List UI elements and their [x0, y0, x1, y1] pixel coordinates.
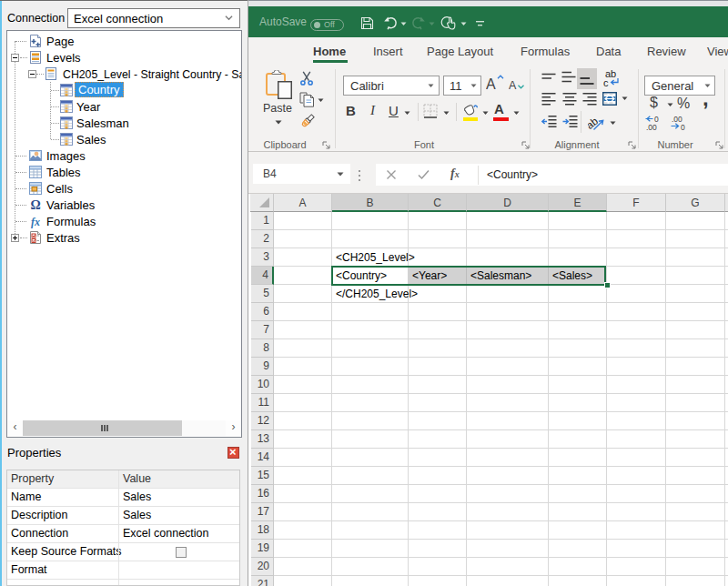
svg-text:.00: .00 — [646, 123, 657, 131]
svg-text:0: 0 — [681, 123, 685, 131]
svg-text:A: A — [486, 76, 496, 92]
svg-text:c: c — [603, 77, 609, 88]
svg-text:A: A — [509, 79, 517, 92]
